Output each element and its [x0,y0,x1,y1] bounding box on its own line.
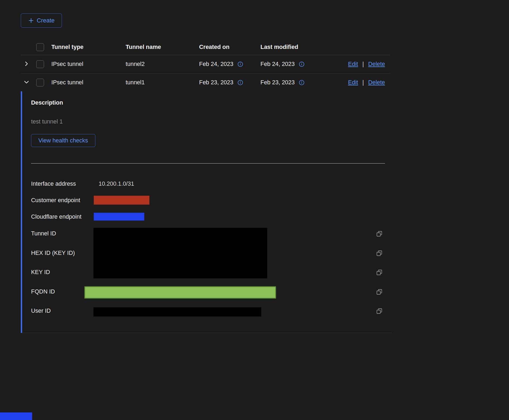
collapse-row-button[interactable] [24,79,29,86]
delete-link[interactable]: Delete [368,79,385,86]
copy-key-id-button[interactable] [376,269,383,276]
copy-hex-id-button[interactable] [376,250,383,257]
tunnel-type-cell: IPsec tunnel [51,79,126,86]
copy-icon [376,250,383,257]
fqdn-id-label: FQDN ID [31,288,55,295]
action-separator: | [362,61,364,68]
tunnel-id-label: Tunnel ID [31,230,56,237]
table-row: IPsec tunnel tunnel2 Feb 24, 2023 Feb 24… [21,55,390,74]
copy-user-id-button[interactable] [376,308,383,315]
info-icon[interactable] [237,61,243,67]
info-icon[interactable] [299,61,304,67]
ids-redacted-value [93,228,267,278]
created-on-cell: Feb 24, 2023 [199,61,233,68]
create-button[interactable]: Create [21,14,62,28]
fqdn-id-redacted-value [84,286,276,299]
customer-endpoint-label: Customer endpoint [31,197,80,204]
customer-endpoint-redacted-value [94,196,149,205]
header-last-modified: Last modified [260,44,341,51]
bottom-blue-bar [0,412,32,420]
tunnel-name-cell: tunnel1 [126,79,199,86]
user-id-label: User ID [31,308,51,314]
table-row: IPsec tunnel tunnel1 Feb 23, 2023 Feb 23… [21,74,390,92]
action-separator: | [362,79,364,86]
interface-address-value: 10.200.1.0/31 [99,181,134,187]
view-health-checks-button[interactable]: View health checks [31,134,95,147]
tunnel-name-cell: tunnel2 [126,61,199,68]
select-all-checkbox[interactable] [36,43,44,51]
table-header-row: Tunnel type Tunnel name Created on Last … [21,39,390,55]
description-value: test tunnel 1 [31,118,63,125]
header-tunnel-name: Tunnel name [126,44,199,51]
row-checkbox[interactable] [36,79,44,86]
cloudflare-endpoint-label: Cloudflare endpoint [31,214,81,220]
copy-fqdn-id-button[interactable] [376,289,383,296]
last-modified-cell: Feb 24, 2023 [260,61,295,68]
tunnel-type-cell: IPsec tunnel [51,61,126,68]
description-label: Description [31,99,63,106]
edit-link[interactable]: Edit [348,61,358,68]
create-button-label: Create [37,17,55,24]
user-id-redacted-value [93,307,261,316]
edit-link[interactable]: Edit [348,79,358,86]
tunnels-page: Create Tunnel type Tunnel name Created o… [0,0,509,420]
copy-icon [376,308,383,315]
copy-icon [376,289,383,296]
chevron-right-icon [24,61,29,68]
expand-row-button[interactable] [24,61,29,68]
interface-address-label: Interface address [31,181,76,187]
created-on-cell: Feb 23, 2023 [199,79,233,86]
section-divider [31,163,385,164]
tunnels-table: Tunnel type Tunnel name Created on Last … [21,39,390,92]
cloudflare-endpoint-redacted-value [94,213,144,221]
info-icon[interactable] [299,80,304,85]
copy-tunnel-id-button[interactable] [376,231,383,238]
copy-icon [376,269,383,276]
hex-id-label: HEX ID (KEY ID) [31,250,75,256]
chevron-down-icon [24,79,29,86]
info-icon[interactable] [237,80,243,85]
plus-icon [28,18,34,24]
view-health-checks-label: View health checks [38,137,88,144]
last-modified-cell: Feb 23, 2023 [260,79,295,86]
header-tunnel-type: Tunnel type [51,44,126,51]
header-created-on: Created on [199,44,260,51]
delete-link[interactable]: Delete [368,61,385,68]
copy-icon [376,231,383,238]
key-id-label: KEY ID [31,269,50,276]
row-checkbox[interactable] [36,60,44,68]
tunnel-details-panel: Description test tunnel 1 View health ch… [21,91,392,333]
